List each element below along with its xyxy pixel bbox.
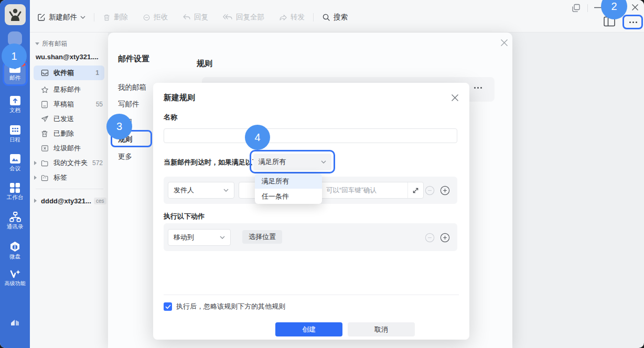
folder-icon — [41, 160, 49, 167]
input-hint: 可以“回车键”确认 — [326, 186, 377, 195]
send-icon — [41, 115, 49, 123]
remove-icon — [425, 233, 435, 243]
reply-all-button[interactable]: 回复全部 — [223, 13, 264, 22]
all-mailboxes-toggle[interactable]: 所有邮箱 — [35, 39, 67, 48]
contacts-icon — [9, 212, 21, 222]
close-icon — [451, 94, 459, 102]
settings-close-button[interactable] — [499, 37, 509, 48]
add-condition-button[interactable] — [439, 185, 450, 195]
compose-button[interactable]: 新建邮件 — [37, 13, 85, 22]
more-icon — [629, 21, 631, 23]
account-secondary[interactable]: dddd@xty321.... ces — [30, 194, 108, 208]
delete-button[interactable]: 删除 — [103, 13, 128, 22]
trash-icon — [41, 130, 49, 138]
junk-icon — [41, 145, 49, 152]
menu-option-any[interactable]: 任一条件 — [255, 189, 322, 204]
settings-nav-more[interactable]: 更多 — [118, 152, 132, 161]
action-select[interactable]: 移动到 — [168, 229, 231, 246]
new-rule-modal: 新建规则 名称 当新邮件到达时，如果满足以下 满足所有 发件人 可以“回车键”确… — [153, 83, 469, 340]
expand-icon[interactable] — [34, 176, 37, 180]
reject-icon — [143, 14, 151, 21]
toolbar-divider — [313, 13, 314, 21]
sidebar-item-contacts[interactable]: 通讯录 — [0, 212, 30, 231]
star-icon — [41, 86, 49, 94]
folder-panel: 所有邮箱 wu.shan@xty321.... 收件箱 1 星标邮件 草稿箱 5… — [30, 32, 108, 348]
folder-my-folders[interactable]: 我的文件夹 572 — [30, 156, 108, 170]
sidebar-item-meeting[interactable]: 会议 — [0, 154, 30, 172]
calendar-icon — [9, 125, 21, 135]
close-button[interactable] — [631, 3, 639, 12]
choose-location-button[interactable]: 选择位置 — [242, 230, 282, 244]
chevron-down-icon — [80, 16, 85, 19]
cancel-button[interactable]: 取消 — [348, 322, 415, 336]
minimize-button[interactable] — [594, 7, 602, 8]
add-action-button[interactable] — [439, 232, 450, 243]
sidebar-item-advanced[interactable]: 高级功能 — [0, 269, 30, 287]
reject-button[interactable]: 拒收 — [143, 13, 168, 22]
settings-nav-my-mailbox[interactable]: 我的邮箱 — [118, 83, 146, 92]
chevron-down-icon — [321, 160, 326, 164]
meeting-icon — [9, 154, 21, 164]
app-window: 邮件 2 文档 日程 会议 — [0, 0, 644, 348]
folder-junk[interactable]: 垃圾邮件 — [30, 141, 108, 156]
forward-button[interactable]: 转发 — [279, 13, 305, 22]
sidebar-item-calendar[interactable]: 日程 — [0, 125, 30, 144]
expand-icon — [412, 187, 419, 194]
folder-deleted[interactable]: 已删除 — [30, 126, 108, 141]
new-window-button[interactable] — [572, 4, 581, 13]
expand-icon[interactable] — [34, 199, 37, 203]
inbox-icon — [41, 69, 49, 77]
annotation-step-4: 4 — [245, 125, 270, 150]
modal-close-button[interactable] — [449, 92, 460, 103]
stop-rules-checkbox[interactable] — [164, 302, 172, 311]
toolbar-divider — [94, 13, 94, 21]
more-icon — [474, 87, 476, 89]
folder-inbox[interactable]: 收件箱 1 — [34, 66, 104, 80]
search-button[interactable]: 搜索 — [322, 13, 348, 22]
condition-intro-label: 当新邮件到达时，如果满足以下 — [164, 158, 259, 167]
new-window-icon — [572, 4, 581, 13]
account-tag-badge: ces — [94, 198, 106, 204]
remove-action-button[interactable] — [424, 232, 435, 243]
action-row: 移动到 选择位置 — [164, 223, 457, 251]
drive-icon — [9, 241, 20, 252]
stop-rules-label: 执行后，忽略该规则下方的其他规则 — [176, 302, 285, 311]
folder-drafts[interactable]: 草稿箱 55 — [30, 97, 108, 112]
condition-field-select[interactable]: 发件人 — [168, 182, 234, 199]
menu-option-match-all[interactable]: 满足所有 — [255, 173, 322, 189]
collapse-icon — [35, 42, 39, 45]
settings-nav-compose[interactable]: 写邮件 — [118, 100, 139, 109]
create-button[interactable]: 创建 — [275, 322, 342, 336]
account-primary[interactable]: wu.shan@xty321.... — [36, 53, 104, 61]
match-mode-select[interactable]: 满足所有 — [253, 154, 331, 170]
annotation-step-1: 1 — [2, 44, 27, 69]
sidebar-item-drive[interactable]: 微盘 — [0, 241, 30, 260]
sidebar-item-docs[interactable]: 文档 — [0, 95, 30, 114]
workbench-icon — [9, 182, 20, 193]
rule-name-input[interactable] — [164, 128, 457, 143]
rule-more-button[interactable] — [474, 87, 482, 89]
close-icon — [631, 3, 639, 12]
remove-condition-button[interactable] — [424, 185, 435, 195]
folder-tags[interactable]: 标签 — [30, 170, 108, 185]
compose-icon — [37, 13, 46, 21]
name-label: 名称 — [164, 113, 177, 122]
expand-input-button[interactable] — [407, 182, 423, 198]
folder-starred[interactable]: 星标邮件 — [30, 82, 108, 97]
reply-button[interactable]: 回复 — [183, 13, 208, 22]
brand-logo-icon — [0, 316, 30, 327]
titlebar-divider — [587, 4, 588, 12]
avatar[interactable] — [5, 4, 26, 25]
docs-icon — [9, 95, 21, 106]
sidebar-item-workbench[interactable]: 工作台 — [0, 182, 30, 201]
reply-all-icon — [223, 14, 233, 21]
more-actions-button[interactable] — [625, 16, 641, 28]
folder-sent[interactable]: 已发送 — [30, 112, 108, 126]
rules-heading: 规则 — [197, 59, 212, 69]
draft-icon — [41, 101, 49, 108]
action-heading: 执行以下动作 — [164, 212, 205, 221]
tag-icon — [41, 175, 49, 181]
minimize-icon — [594, 7, 602, 8]
remove-icon — [425, 186, 435, 195]
expand-icon[interactable] — [34, 161, 37, 165]
